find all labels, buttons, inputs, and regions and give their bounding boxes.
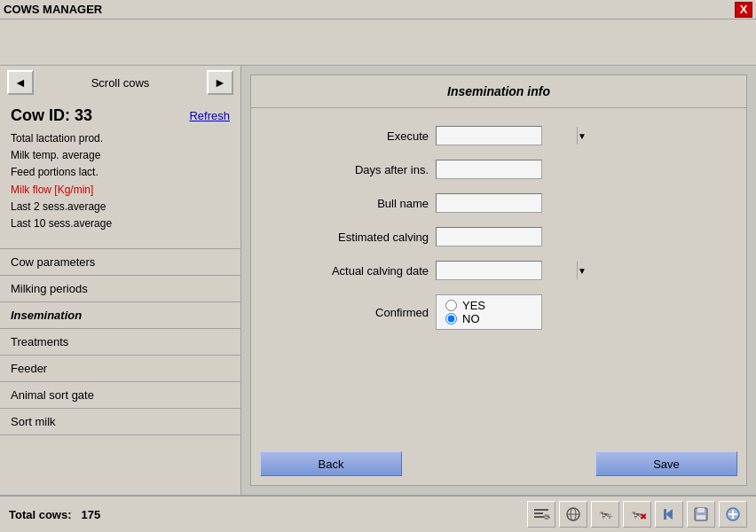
cow-id-row: Cow ID: 33 Refresh — [11, 106, 230, 125]
execute-input[interactable] — [437, 129, 577, 143]
bull-name-input[interactable] — [436, 193, 542, 213]
total-cows-label: Total cows: — [9, 508, 72, 521]
svg-rect-15 — [697, 508, 705, 512]
confirmed-no-radio[interactable] — [445, 313, 457, 325]
svg-rect-2 — [534, 516, 545, 518]
confirmed-label: Confirmed — [287, 306, 429, 319]
svg-text:✖: ✖ — [640, 512, 646, 521]
right-panel: Insemination info Execute ▼ Days after i… — [241, 66, 756, 495]
actual-calving-row: Actual calving date ▼ — [287, 261, 711, 280]
cow-info: Cow ID: 33 Refresh Total lactation prod.… — [0, 99, 240, 239]
days-after-ins-label: Days after ins. — [287, 163, 429, 176]
nav-feeder[interactable]: Feeder — [0, 356, 240, 382]
save-button[interactable]: Save — [595, 451, 737, 476]
app-title: COWS MANAGER — [4, 3, 102, 16]
execute-label: Execute — [287, 129, 429, 143]
globe-icon[interactable] — [559, 501, 587, 528]
stat-milk-temp: Milk temp. average — [11, 147, 230, 164]
close-button[interactable]: X — [735, 2, 752, 18]
nav-menu: Cow parameters Milking periods Inseminat… — [0, 248, 240, 435]
days-after-ins-row: Days after ins. — [287, 160, 711, 179]
title-bar: COWS MANAGER X — [0, 0, 756, 20]
bull-name-label: Bull name — [287, 197, 429, 210]
actual-calving-label: Actual calving date — [287, 264, 429, 278]
top-band — [0, 20, 756, 66]
confirmed-yes-label: YES — [462, 299, 485, 312]
confirmed-no-label: NO — [462, 312, 480, 325]
stat-milk-flow: Milk flow [Kg/min] — [11, 182, 230, 199]
svg-text:🐄: 🐄 — [545, 514, 550, 521]
svg-rect-13 — [664, 509, 666, 520]
scroll-label: Scroll cows — [37, 76, 203, 90]
content-row: ◄ Scroll cows ► Cow ID: 33 Refresh Total… — [0, 66, 756, 495]
confirmed-yes-row: YES — [445, 299, 532, 312]
bull-name-row: Bull name — [287, 193, 711, 213]
toolbar-icons: 🐄 🐄 + 🐄 ✖ — [527, 501, 747, 528]
estimated-calving-row: Estimated calving — [287, 227, 711, 246]
actual-calving-select-wrapper: ▼ — [436, 261, 542, 280]
stat-feed-portions: Feed portions lact. — [11, 164, 230, 181]
status-bar: Total cows: 175 🐄 — [0, 495, 756, 532]
nav-treatments[interactable]: Treatments — [0, 329, 240, 356]
cow-list-icon[interactable]: 🐄 — [527, 501, 555, 528]
nav-cow-parameters[interactable]: Cow parameters — [0, 249, 240, 276]
scroll-bar: ◄ Scroll cows ► — [0, 66, 240, 99]
form-body: Execute ▼ Days after ins. Bull name — [251, 108, 746, 348]
svg-rect-16 — [697, 515, 705, 520]
actual-calving-input[interactable] — [437, 263, 577, 278]
execute-select-wrapper: ▼ — [436, 126, 542, 145]
svg-rect-0 — [534, 509, 548, 511]
total-cows: Total cows: 175 — [9, 508, 100, 521]
stat-last10-sess: Last 10 sess.average — [11, 215, 230, 232]
add-new-icon[interactable] — [719, 501, 747, 528]
estimated-calving-input[interactable] — [436, 227, 542, 246]
left-panel: ◄ Scroll cows ► Cow ID: 33 Refresh Total… — [0, 66, 241, 495]
execute-row: Execute ▼ — [287, 126, 711, 145]
svg-text:+: + — [608, 512, 613, 521]
refresh-link[interactable]: Refresh — [189, 109, 230, 122]
confirmed-yes-radio[interactable] — [445, 300, 457, 311]
confirmed-box: YES NO — [436, 294, 542, 330]
stat-last2-sess: Last 2 sess.average — [11, 199, 230, 215]
nav-insemination[interactable]: Insemination — [0, 302, 240, 329]
nav-milking-periods[interactable]: Milking periods — [0, 276, 240, 302]
execute-dropdown-arrow[interactable]: ▼ — [577, 127, 587, 145]
delete-cow-icon[interactable]: 🐄 ✖ — [623, 501, 651, 528]
total-cows-value: 175 — [81, 508, 100, 521]
form-buttons: Back Save — [251, 442, 746, 485]
cow-id: Cow ID: 33 — [11, 106, 92, 125]
nav-animal-sort-gate[interactable]: Animal sort gate — [0, 382, 240, 409]
form-wrapper: Insemination info Execute ▼ Days after i… — [250, 74, 747, 486]
navigate-back-icon[interactable] — [655, 501, 683, 528]
svg-rect-1 — [534, 512, 543, 514]
stat-total-lactation: Total lactation prod. — [11, 130, 230, 147]
svg-marker-12 — [665, 509, 673, 520]
scroll-prev-button[interactable]: ◄ — [7, 70, 34, 95]
cow-stats: Total lactation prod. Milk temp. average… — [11, 130, 230, 232]
back-button[interactable]: Back — [260, 451, 402, 476]
days-after-ins-input[interactable] — [436, 160, 542, 179]
confirmed-no-row: NO — [445, 312, 532, 325]
add-cow-icon[interactable]: 🐄 + — [591, 501, 619, 528]
nav-sort-milk[interactable]: Sort milk — [0, 409, 240, 435]
scroll-next-button[interactable]: ► — [207, 70, 233, 95]
save-disk-icon[interactable] — [687, 501, 715, 528]
actual-calving-dropdown-arrow[interactable]: ▼ — [577, 262, 587, 279]
confirmed-row: Confirmed YES NO — [287, 294, 711, 330]
estimated-calving-label: Estimated calving — [287, 231, 429, 244]
form-title: Insemination info — [251, 75, 746, 108]
main-area: ◄ Scroll cows ► Cow ID: 33 Refresh Total… — [0, 20, 756, 532]
